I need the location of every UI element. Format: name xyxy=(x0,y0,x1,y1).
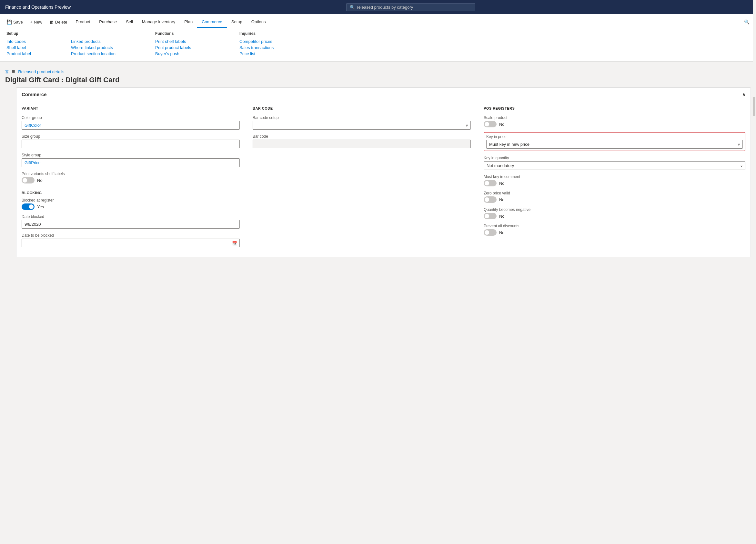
dropdown-product-section[interactable]: Product section location xyxy=(71,51,123,57)
dropdown-buyers-push[interactable]: Buyer's push xyxy=(155,51,207,57)
print-variants-label: Print variants shelf labels xyxy=(22,172,240,176)
prevent-all-discounts-field: Prevent all discounts No xyxy=(484,224,745,236)
key-in-quantity-select[interactable]: Not mandatory Mandatory xyxy=(484,161,745,170)
must-key-in-comment-label: Must key in comment xyxy=(484,175,745,179)
quantity-becomes-negative-label: Quantity becomes negative xyxy=(484,207,745,212)
zero-price-valid-label: Zero price valid xyxy=(484,191,745,196)
pos-registers-column-title: POS REGISTERS xyxy=(484,106,745,112)
date-blocked-input[interactable] xyxy=(22,220,240,229)
date-to-be-blocked-field: Date to be blocked 📅 xyxy=(22,233,240,247)
date-blocked-field: Date blocked xyxy=(22,215,240,229)
print-variants-toggle[interactable] xyxy=(22,177,35,184)
inquiries-section-title: Inquiries xyxy=(239,31,291,36)
prevent-all-discounts-toggle[interactable] xyxy=(484,229,497,236)
bar-code-setup-label: Bar code setup xyxy=(253,116,471,120)
bar-code-label: Bar code xyxy=(253,134,471,139)
size-group-input[interactable] xyxy=(22,140,240,148)
quantity-becomes-negative-toggle-wrap: No xyxy=(484,213,745,219)
quantity-becomes-negative-toggle[interactable] xyxy=(484,213,497,219)
zero-price-valid-toggle-wrap: No xyxy=(484,197,745,203)
new-button[interactable]: + New xyxy=(27,17,45,26)
zero-price-valid-field: Zero price valid No xyxy=(484,191,745,203)
color-group-input[interactable] xyxy=(22,121,240,130)
ribbon-search-icon[interactable]: 🔍 xyxy=(741,17,753,27)
tab-commerce[interactable]: Commerce xyxy=(197,17,227,28)
delete-icon: 🗑 xyxy=(49,19,54,25)
main-content: ⧖ ≡ Released product details Digital Gif… xyxy=(0,62,756,257)
global-search[interactable]: 🔍 released products by category xyxy=(346,3,475,11)
dropdown-info-codes[interactable]: Info codes xyxy=(6,38,58,45)
dropdown-print-product[interactable]: Print product labels xyxy=(155,45,207,51)
scrollbar-thumb[interactable] xyxy=(753,97,755,116)
key-in-quantity-field: Key in quantity Not mandatory Mandatory … xyxy=(484,156,745,170)
blocking-divider xyxy=(22,188,240,188)
scale-product-toggle-wrap: No xyxy=(484,121,745,127)
new-icon: + xyxy=(30,19,33,25)
must-key-in-comment-text: No xyxy=(499,181,505,186)
key-in-quantity-wrapper: Not mandatory Mandatory ∨ xyxy=(484,161,745,170)
dropdown-divider-2 xyxy=(223,31,223,57)
blocked-register-field: Blocked at register Yes xyxy=(22,198,240,210)
menu-icon[interactable]: ≡ xyxy=(12,69,15,75)
dropdown-linked-products[interactable]: Linked products xyxy=(71,38,123,45)
dropdown-setup-section: Set up Info codes Shelf label Product la… xyxy=(6,31,58,57)
tab-manage-inventory[interactable]: Manage inventory xyxy=(137,17,180,28)
bar-code-setup-wrapper: ∨ xyxy=(253,121,471,130)
breadcrumb[interactable]: Released product details xyxy=(18,69,64,74)
date-to-be-blocked-input[interactable] xyxy=(22,239,240,247)
dropdown-price-list[interactable]: Price list xyxy=(239,51,291,57)
print-variants-field: Print variants shelf labels No xyxy=(22,172,240,184)
quantity-becomes-negative-text: No xyxy=(499,214,505,219)
dropdown-print-shelf[interactable]: Print shelf labels xyxy=(155,38,207,45)
tab-sell[interactable]: Sell xyxy=(121,17,137,28)
variant-column-title: VARIANT xyxy=(22,106,240,112)
blocked-register-label: Blocked at register xyxy=(22,198,240,203)
dropdown-product-label[interactable]: Product label xyxy=(6,51,58,57)
dropdown-setup2-section: . Linked products Where-linked products … xyxy=(71,31,123,57)
section-title: Commerce xyxy=(22,92,47,97)
dropdown-functions-section: Functions Print shelf labels Print produ… xyxy=(155,31,207,57)
dropdown-competitor-prices[interactable]: Competitor prices xyxy=(239,38,291,45)
delete-button[interactable]: 🗑 Delete xyxy=(46,17,71,26)
zero-price-valid-toggle[interactable] xyxy=(484,197,497,203)
blocked-register-toggle-wrap: Yes xyxy=(22,204,240,210)
bar-code-setup-select[interactable] xyxy=(253,121,471,130)
key-in-quantity-label: Key in quantity xyxy=(484,156,745,160)
blocked-register-text: Yes xyxy=(37,205,44,209)
scale-product-field: Scale product No xyxy=(484,116,745,127)
filter-icon[interactable]: ⧖ xyxy=(5,69,9,75)
barcode-column: BAR CODE Bar code setup ∨ Bar code xyxy=(253,106,471,252)
tab-purchase[interactable]: Purchase xyxy=(95,17,121,28)
dropdown-shelf-label[interactable]: Shelf label xyxy=(6,45,58,51)
functions-section-title: Functions xyxy=(155,31,207,36)
dropdown-where-linked[interactable]: Where-linked products xyxy=(71,45,123,51)
blocked-register-toggle[interactable] xyxy=(22,204,35,210)
key-in-price-field: Key in price Not mandatory Must key in n… xyxy=(484,132,745,151)
collapse-icon[interactable]: ∧ xyxy=(742,92,745,97)
key-in-price-select[interactable]: Not mandatory Must key in new price Must… xyxy=(486,140,743,149)
page-title: Digital Gift Card : Digital Gift Card xyxy=(0,75,756,87)
top-bar: Finance and Operations Preview 🔍 release… xyxy=(0,0,756,14)
key-in-price-highlight: Key in price Not mandatory Must key in n… xyxy=(484,132,745,151)
dropdown-sales-transactions[interactable]: Sales transactions xyxy=(239,45,291,51)
bar-code-input[interactable] xyxy=(253,140,471,148)
scale-product-toggle[interactable] xyxy=(484,121,497,127)
key-in-price-label: Key in price xyxy=(486,135,743,139)
tab-options[interactable]: Options xyxy=(247,17,270,28)
key-in-price-wrapper: Not mandatory Must key in new price Must… xyxy=(486,140,743,149)
prevent-all-discounts-toggle-wrap: No xyxy=(484,229,745,236)
style-group-label: Style group xyxy=(22,153,240,157)
tab-setup[interactable]: Setup xyxy=(227,17,247,28)
setup-section-title: Set up xyxy=(6,31,58,36)
print-variants-text: No xyxy=(37,178,43,183)
ribbon: 💾 Save + New 🗑 Delete Product Purchase S… xyxy=(0,14,756,28)
bar-code-field: Bar code xyxy=(253,134,471,148)
style-group-input[interactable] xyxy=(22,158,240,167)
must-key-in-comment-toggle[interactable] xyxy=(484,180,497,186)
variant-column: VARIANT Color group Size group Style gro… xyxy=(22,106,240,252)
scale-product-text: No xyxy=(499,122,505,127)
bar-code-setup-field: Bar code setup ∨ xyxy=(253,116,471,130)
tab-product[interactable]: Product xyxy=(71,17,95,28)
tab-plan[interactable]: Plan xyxy=(180,17,197,28)
save-button[interactable]: 💾 Save xyxy=(3,17,26,26)
